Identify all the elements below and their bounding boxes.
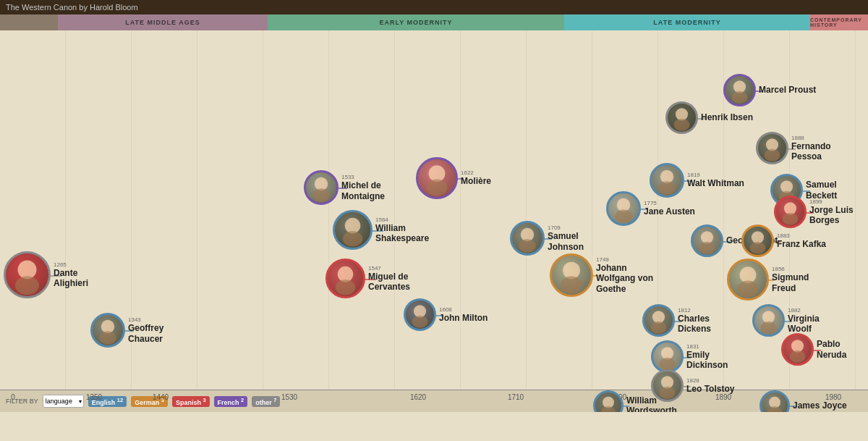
filter-bar: FILTER BY language English 12 German 3 S… bbox=[0, 390, 868, 412]
author-year-dickens: 1812 bbox=[678, 307, 711, 314]
era-late-middle: LATE MIDDLE AGES bbox=[58, 14, 268, 30]
author-moliere[interactable]: 1622Molière bbox=[416, 157, 491, 199]
other-badge[interactable]: other 7 bbox=[252, 396, 280, 407]
svg-point-3 bbox=[99, 331, 116, 344]
author-year-milton: 1608 bbox=[439, 306, 488, 313]
avatar-tolstoy bbox=[651, 369, 684, 402]
avatar-freud bbox=[727, 259, 769, 301]
author-year-dickinson: 1831 bbox=[686, 343, 728, 350]
author-joyce[interactable]: James Joyce bbox=[760, 390, 847, 412]
author-milton[interactable]: 1608John Milton bbox=[404, 298, 488, 331]
axis-label-0: 0 bbox=[11, 393, 15, 401]
svg-point-39 bbox=[750, 242, 766, 254]
author-name-dante: DanteAlighieri bbox=[54, 268, 88, 289]
author-name-proust: Marcel Proust bbox=[759, 85, 816, 95]
author-montaigne[interactable]: 1533Michel deMontaigne bbox=[304, 170, 385, 205]
svg-point-51 bbox=[767, 406, 782, 412]
spanish-badge[interactable]: Spanish 3 bbox=[172, 396, 210, 407]
svg-point-9 bbox=[336, 280, 355, 295]
avatar-shakespeare bbox=[333, 210, 373, 250]
author-year-moliere: 1622 bbox=[461, 169, 491, 176]
avatar-joyce bbox=[760, 390, 790, 412]
avatar-wordsworth bbox=[593, 390, 624, 412]
author-name-johnson: SamuelJohnson bbox=[548, 231, 584, 252]
avatar-cervantes bbox=[326, 259, 365, 298]
avatar-kafka bbox=[741, 224, 774, 257]
author-name-austen: Jane Austen bbox=[644, 206, 695, 217]
avatar-dickinson bbox=[651, 340, 684, 373]
svg-point-15 bbox=[519, 239, 536, 252]
author-chaucer[interactable]: 1343GeoffreyChaucer bbox=[90, 313, 163, 348]
author-year-woolf: 1882 bbox=[788, 307, 820, 314]
author-woolf[interactable]: 1882VirginiaWoolf bbox=[752, 304, 820, 337]
avatar-woolf bbox=[752, 304, 785, 337]
author-name-freud: SigmundFreud bbox=[772, 272, 809, 293]
author-name-neruda: Pablo Neruda bbox=[817, 339, 868, 360]
author-whitman[interactable]: 1819Walt Whitman bbox=[650, 163, 744, 198]
author-goethe[interactable]: 1749JohannWolfgang vonGoethe bbox=[550, 253, 653, 297]
author-year-chaucer: 1343 bbox=[128, 316, 163, 323]
author-tolstoy[interactable]: 1828Leo Tolstoy bbox=[651, 369, 734, 402]
author-kafka[interactable]: 1883Franz Kafka bbox=[741, 224, 826, 257]
author-shakespeare[interactable]: 1564WilliamShakespeare bbox=[333, 210, 429, 250]
axis-label-1440: 1440 bbox=[153, 393, 169, 401]
avatar-milton bbox=[404, 298, 436, 331]
author-dickinson[interactable]: 1831EmilyDickinson bbox=[651, 340, 728, 373]
author-proust[interactable]: Marcel Proust bbox=[723, 74, 816, 106]
author-dickens[interactable]: 1812CharlesDickens bbox=[642, 304, 711, 337]
author-year-shakespeare: 1564 bbox=[375, 217, 429, 223]
french-badge[interactable]: French 2 bbox=[214, 396, 248, 407]
svg-point-1 bbox=[15, 276, 39, 295]
author-name-ibsen: Henrik Ibsen bbox=[701, 112, 753, 122]
avatar-chaucer bbox=[90, 313, 125, 348]
svg-point-13 bbox=[412, 316, 428, 328]
author-year-goethe: 1749 bbox=[596, 256, 653, 263]
svg-point-35 bbox=[732, 91, 748, 104]
avatar-whitman bbox=[650, 163, 684, 198]
axis-label-1350: 1350 bbox=[86, 393, 102, 401]
author-year-cervantes: 1547 bbox=[368, 265, 410, 272]
author-name-shakespeare: WilliamShakespeare bbox=[375, 223, 429, 244]
era-ancient bbox=[0, 14, 58, 30]
author-neruda[interactable]: Pablo Neruda bbox=[781, 333, 868, 366]
avatar-borges bbox=[774, 196, 807, 228]
author-cervantes[interactable]: 1547Miguel deCervantes bbox=[326, 259, 410, 298]
author-year-whitman: 1819 bbox=[687, 172, 744, 178]
language-select[interactable]: language bbox=[43, 395, 84, 408]
avatar-dickens bbox=[642, 304, 675, 337]
author-borges[interactable]: 1899Jorge LuisBorges bbox=[774, 196, 854, 228]
author-name-dickinson: EmilyDickinson bbox=[686, 350, 728, 371]
author-dante[interactable]: 1265DanteAlighieri bbox=[4, 251, 88, 298]
avatar-ibsen bbox=[665, 101, 698, 134]
author-johnson[interactable]: 1709SamuelJohnson bbox=[510, 221, 584, 256]
title-bar: The Western Canon by Harold Bloom bbox=[0, 0, 868, 14]
author-year-freud: 1856 bbox=[772, 266, 809, 272]
svg-point-19 bbox=[615, 209, 632, 222]
author-name-whitman: Walt Whitman bbox=[687, 178, 744, 188]
svg-point-7 bbox=[343, 231, 362, 247]
svg-point-49 bbox=[737, 281, 758, 298]
svg-point-23 bbox=[658, 181, 676, 194]
era-early-modern: EARLY MODERNITY bbox=[268, 14, 564, 30]
author-name-pessoa: FernandoPessoa bbox=[791, 141, 831, 162]
avatar-dante bbox=[4, 251, 51, 298]
svg-point-47 bbox=[790, 350, 806, 363]
author-freud[interactable]: 1856SigmundFreud bbox=[727, 259, 809, 301]
svg-point-29 bbox=[660, 387, 676, 399]
avatar-neruda bbox=[781, 333, 814, 366]
author-name-moliere: Molière bbox=[461, 176, 491, 186]
era-bar: LATE MIDDLE AGES EARLY MODERNITY LATE MO… bbox=[0, 14, 868, 30]
author-year-montaigne: 1533 bbox=[341, 174, 385, 180]
author-year-austen: 1775 bbox=[644, 200, 695, 206]
author-name-woolf: VirginiaWoolf bbox=[788, 314, 820, 335]
svg-point-33 bbox=[699, 242, 715, 254]
author-pessoa[interactable]: 1888FernandoPessoa bbox=[756, 132, 831, 164]
language-filter-wrap[interactable]: language bbox=[43, 395, 84, 408]
main-visualization: FILTER BY language English 12 German 3 S… bbox=[0, 30, 868, 412]
svg-point-31 bbox=[674, 119, 690, 131]
svg-point-21 bbox=[601, 406, 616, 412]
avatar-moliere bbox=[416, 157, 458, 199]
author-name-dickens: CharlesDickens bbox=[678, 314, 711, 335]
axis-label-1710: 1710 bbox=[508, 393, 524, 401]
author-name-montaigne: Michel deMontaigne bbox=[341, 180, 385, 201]
